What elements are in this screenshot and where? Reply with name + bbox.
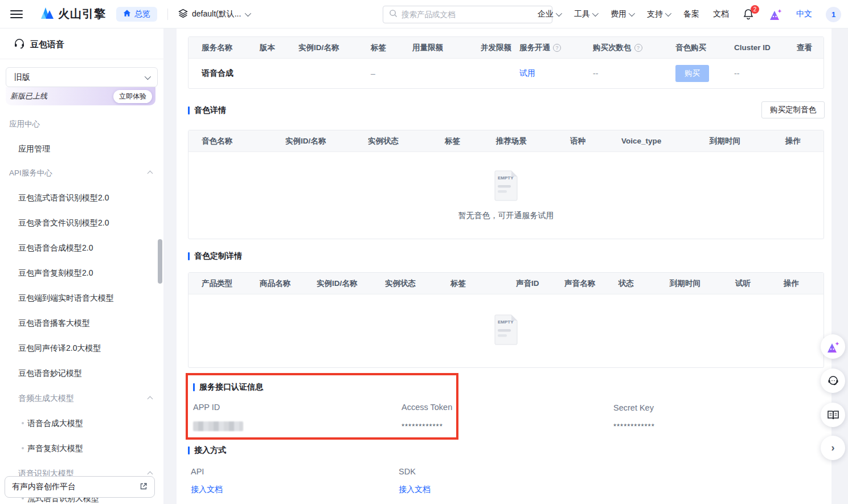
brand-logo[interactable]: 火山引擎 [40, 6, 106, 22]
link-docs[interactable]: 文档 [713, 9, 729, 19]
service-table-header: 服务名称 版本 实例ID/名称 标签 用量限额 并发限额 服务开通? 购买次数包… [189, 37, 824, 59]
hamburger-menu-icon[interactable] [10, 8, 23, 21]
menu-enterprise[interactable]: 企业 [538, 9, 560, 19]
sidebar-item-simultaneous[interactable]: 豆包同声传译2.0大模型 [0, 343, 163, 354]
documentation-book-button[interactable] [821, 403, 845, 427]
sdk-doc-link[interactable]: 接入文档 [399, 485, 431, 495]
notification-bell-icon[interactable]: 2 [743, 8, 755, 21]
content-gutter-right [831, 28, 848, 504]
chevron-down-icon [592, 10, 599, 17]
content-gutter-left [163, 28, 177, 504]
chevron-up-icon [148, 396, 153, 401]
title-accent-bar [188, 446, 190, 454]
support-headset-button[interactable] [821, 368, 845, 393]
product-header: 豆包语音 [0, 28, 163, 59]
custom-empty-state: EMPTY [189, 294, 824, 367]
brand-name: 火山引擎 [58, 6, 106, 22]
trial-link[interactable]: 试用 [519, 68, 535, 77]
sidebar-item-app-management[interactable]: 应用管理 [0, 144, 163, 154]
app-id-label: APP ID [193, 403, 220, 412]
voice-detail-title: 音色详情 [188, 105, 226, 116]
sidebar-item-tts-2[interactable]: 豆包语音合成模型2.0 [0, 243, 163, 253]
access-token-label: Access Token [402, 403, 452, 412]
section-api-center[interactable]: API服务中心 [0, 168, 163, 178]
new-version-banner: 新版已上线 立即体验 [6, 87, 155, 105]
api-doc-link[interactable]: 接入文档 [191, 485, 223, 495]
service-table: 服务名称 版本 实例ID/名称 标签 用量限额 并发限额 服务开通? 购买次数包… [188, 36, 824, 89]
sidebar-scrollbar[interactable] [158, 239, 162, 284]
top-navigation-bar: 火山引擎 总览 default(默认... 企业 工具 [0, 0, 848, 28]
main-content: 服务名称 版本 实例ID/名称 标签 用量限额 并发限额 服务开通? 购买次数包… [177, 28, 831, 504]
product-title: 豆包语音 [30, 39, 64, 50]
title-accent-bar [193, 383, 195, 391]
voice-empty-state: EMPTY 暂无音色，可开通服务试用 [189, 152, 824, 239]
buy-custom-voice-button[interactable]: 购买定制音色 [761, 101, 825, 118]
sidebar-item-miaoji[interactable]: 豆包语音妙记模型 [0, 368, 163, 379]
help-icon[interactable]: ? [634, 44, 642, 52]
sidebar-item-tts-large[interactable]: 语音合成大模型 [0, 419, 163, 429]
menu-support[interactable]: 支持 [647, 9, 670, 19]
cluster-id-cell: -- [734, 69, 797, 78]
version-selector[interactable]: 旧版 [6, 67, 158, 87]
access-token-value: ************ [402, 422, 443, 431]
service-name-cell: 语音合成 [202, 68, 260, 79]
project-selector[interactable]: default(默认... [178, 9, 249, 20]
ai-assistant-float-button[interactable] [821, 334, 845, 359]
chevron-down-icon [629, 10, 635, 17]
collapse-panel-button[interactable]: › [821, 436, 845, 460]
voice-detail-table-header: 音色名称 实例ID/名称 实例状态 标签 推荐场景 语种 Voice_type … [189, 130, 824, 152]
try-now-button[interactable]: 立即体验 [113, 90, 152, 103]
chevron-down-icon [556, 10, 562, 17]
empty-document-icon: EMPTY [493, 170, 519, 204]
secret-key-value: ************ [613, 422, 655, 431]
api-label: API [191, 467, 204, 476]
sidebar-item-e2e-realtime[interactable]: 豆包端到端实时语音大模型 [0, 293, 163, 304]
home-icon [123, 9, 131, 19]
user-avatar[interactable]: 1 [826, 7, 841, 22]
sidebar-item-file-asr-2[interactable]: 豆包录音文件识别模型2.0 [0, 218, 163, 228]
package-cell: -- [593, 69, 675, 78]
group-audio-generation[interactable]: 音频生成大模型 [0, 394, 163, 404]
chevron-down-icon [665, 10, 671, 17]
link-icp-filing[interactable]: 备案 [683, 9, 699, 19]
notification-badge: 2 [751, 5, 759, 14]
empty-document-icon: EMPTY [493, 314, 519, 348]
bullet-dot [22, 422, 24, 424]
banner-text: 新版已上线 [10, 91, 47, 101]
annotation-highlight-box: 服务接口认证信息 APP ID Access Token ***********… [186, 373, 458, 440]
svg-text:EMPTY: EMPTY [498, 319, 514, 325]
audio-creation-platform-link[interactable]: 有声内容创作平台 [5, 476, 155, 498]
search-icon [389, 9, 398, 20]
sidebar-item-streaming-asr-2[interactable]: 豆包流式语音识别模型2.0 [0, 193, 163, 203]
external-link-icon [140, 482, 148, 492]
custom-detail-title: 音色定制详情 [188, 251, 242, 261]
page: 火山引擎 总览 default(默认... 企业 工具 [0, 0, 848, 504]
bullet-dot [22, 447, 24, 449]
svg-text:EMPTY: EMPTY [498, 175, 514, 181]
ai-assistant-icon[interactable] [769, 8, 783, 21]
sidebar: 豆包语音 旧版 新版已上线 立即体验 应用中心 应用管理 API服务中心 豆包流… [0, 28, 163, 504]
chevron-right-icon: › [831, 442, 835, 454]
buy-voice-button[interactable]: 购买 [675, 65, 709, 82]
topbar-right-group: 企业 工具 费用 支持 备案 文档 2 中文 1 [538, 0, 841, 28]
overview-button[interactable]: 总览 [116, 7, 157, 22]
help-icon[interactable]: ? [553, 44, 561, 52]
auth-title: 服务接口认证信息 [193, 382, 263, 392]
volcengine-logo-icon [40, 7, 55, 22]
menu-billing[interactable]: 费用 [611, 9, 633, 19]
service-table-row: 语音合成 – 试用 -- 购买 -- [189, 59, 824, 88]
search-input[interactable] [402, 10, 532, 19]
divider [167, 9, 168, 20]
headset-icon [14, 38, 25, 51]
title-accent-bar [188, 106, 190, 114]
custom-detail-table-header: 产品类型 商品名称 实例ID/名称 实例状态 标签 声音ID 声音名称 状态 到… [189, 273, 824, 294]
language-switcher[interactable]: 中文 [796, 9, 812, 19]
global-search[interactable] [383, 6, 552, 23]
sidebar-item-podcast[interactable]: 豆包语音播客大模型 [0, 318, 163, 329]
sidebar-item-voice-clone-2[interactable]: 豆包声音复刻模型2.0 [0, 268, 163, 278]
custom-detail-table: 产品类型 商品名称 实例ID/名称 实例状态 标签 声音ID 声音名称 状态 到… [188, 272, 824, 368]
sidebar-item-clone-large[interactable]: 声音复刻大模型 [0, 444, 163, 454]
menu-tools[interactable]: 工具 [574, 9, 597, 19]
access-method-title: 接入方式 [188, 445, 226, 456]
sdk-label: SDK [399, 467, 416, 476]
